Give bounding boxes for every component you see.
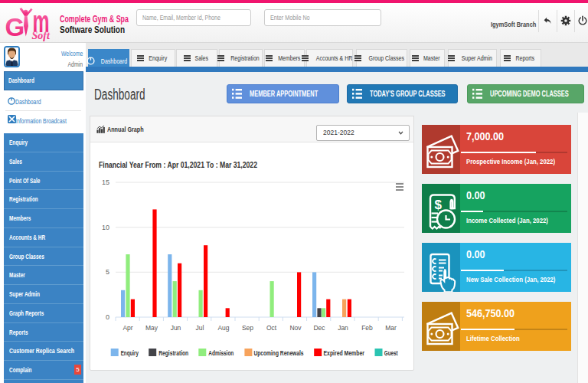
svg-text:5: 5 — [106, 268, 109, 276]
svg-text:Registration: Registration — [158, 349, 188, 357]
svg-text:Upcoming Renewals: Upcoming Renewals — [254, 349, 304, 357]
svg-text:Mar: Mar — [385, 324, 397, 332]
svg-text:Admission: Admission — [208, 349, 234, 357]
svg-text:Jul: Jul — [196, 324, 204, 332]
svg-text:$: $ — [435, 198, 443, 212]
svg-text:Aug: Aug — [217, 324, 229, 332]
svg-text:Soft: Soft — [32, 30, 51, 41]
svg-text:10: 10 — [102, 224, 109, 231]
svg-text:May: May — [145, 324, 158, 332]
svg-text:Nov: Nov — [289, 324, 302, 332]
svg-text:0: 0 — [106, 313, 109, 321]
svg-text:Jan: Jan — [338, 324, 348, 332]
svg-text:Enquiry: Enquiry — [121, 349, 139, 357]
svg-text:Dec: Dec — [313, 324, 325, 332]
svg-text:Apr: Apr — [122, 324, 132, 332]
svg-text:Feb: Feb — [361, 324, 373, 332]
svg-text:Jun: Jun — [171, 324, 181, 332]
svg-text:G: G — [5, 13, 25, 41]
svg-text:Financial Year From : Apr 01,2: Financial Year From : Apr 01,2021 To : M… — [99, 160, 257, 169]
svg-text:Oct: Oct — [266, 324, 277, 332]
svg-text:Guest: Guest — [384, 349, 398, 357]
svg-text:Expired Member: Expired Member — [324, 349, 365, 357]
svg-text:15: 15 — [102, 178, 109, 186]
svg-text:Sep: Sep — [242, 324, 253, 332]
